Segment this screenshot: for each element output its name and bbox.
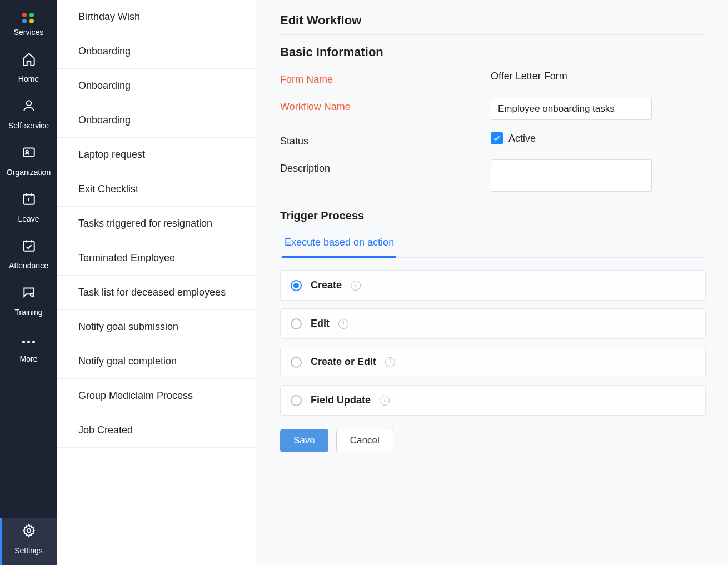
nav-training[interactable]: Training	[0, 280, 57, 327]
edit-workflow-form: Edit Workflow Basic Information Form Nam…	[258, 0, 728, 565]
trigger-option-label: Edit	[311, 318, 330, 329]
check-icon	[493, 134, 501, 142]
basic-info-heading: Basic Information	[280, 45, 706, 59]
trigger-option-label: Field Update	[311, 394, 371, 406]
more-icon	[22, 334, 36, 349]
list-item[interactable]: Notify goal completion	[57, 344, 257, 379]
list-item[interactable]: Terminated Employee	[57, 241, 257, 276]
nav-label: Training	[14, 308, 42, 317]
form-name-value: Offer Letter Form	[491, 71, 567, 82]
nav-label: Home	[18, 74, 39, 83]
person-icon	[22, 101, 36, 116]
nav-label: Services	[14, 28, 44, 37]
tab-execute-action[interactable]: Execute based on action	[282, 230, 396, 258]
trigger-option-label: Create	[311, 279, 342, 291]
nav-leave[interactable]: Leave	[0, 187, 57, 233]
nav-label: More	[20, 354, 38, 363]
nav-home[interactable]: Home	[0, 47, 57, 93]
trigger-option-label: Create or Edit	[311, 356, 376, 368]
info-icon[interactable]: i	[351, 281, 361, 291]
nav-label: Leave	[18, 214, 39, 223]
workflow-name-input[interactable]	[491, 98, 652, 120]
radio-icon	[291, 357, 302, 368]
list-item[interactable]: Notify goal submission	[57, 310, 257, 344]
nav-label: Settings	[14, 546, 43, 555]
list-item[interactable]: Group Mediclaim Process	[57, 379, 257, 413]
nav-self-service[interactable]: Self-service	[0, 93, 57, 140]
active-checkbox[interactable]	[491, 132, 503, 144]
calendar-alert-icon	[22, 194, 36, 209]
trigger-process-heading: Trigger Process	[280, 209, 706, 222]
id-card-icon	[22, 148, 36, 162]
workflow-list: Birthday Wish Onboarding Onboarding Onbo…	[57, 0, 258, 565]
trigger-option-create-or-edit[interactable]: Create or Edit i	[280, 347, 706, 377]
calendar-check-icon	[22, 241, 36, 256]
save-button[interactable]: Save	[280, 429, 328, 452]
svg-point-2	[26, 151, 28, 153]
page-title: Edit Workflow	[280, 13, 706, 35]
description-label: Description	[280, 159, 491, 174]
list-item[interactable]: Task list for deceased employees	[57, 276, 257, 310]
svg-point-0	[26, 101, 31, 106]
list-item[interactable]: Job Created	[57, 413, 257, 448]
list-item[interactable]: Onboarding	[57, 69, 257, 103]
trigger-option-create[interactable]: Create i	[280, 270, 706, 301]
radio-icon	[291, 395, 302, 406]
main-sidebar: Services Home Self-service Organization …	[0, 0, 57, 565]
gear-icon	[22, 526, 36, 541]
info-icon[interactable]: i	[385, 357, 395, 367]
nav-label: Attendance	[9, 261, 48, 270]
list-item[interactable]: Onboarding	[57, 34, 257, 69]
trigger-tabs: Execute based on action	[280, 230, 706, 258]
cancel-button[interactable]: Cancel	[336, 429, 393, 452]
info-icon[interactable]: i	[338, 319, 348, 329]
svg-point-5	[30, 293, 33, 296]
chat-search-icon	[22, 288, 36, 302]
nav-label: Organization	[7, 168, 51, 177]
form-name-label: Form Name	[280, 71, 491, 86]
nav-organization[interactable]: Organization	[0, 140, 57, 187]
trigger-options: Create i Edit i Create or Edit i Field U…	[280, 270, 706, 416]
radio-icon	[291, 280, 302, 291]
list-item[interactable]: Laptop request	[57, 138, 257, 172]
list-item[interactable]: Tasks triggered for resignation	[57, 207, 257, 241]
description-input[interactable]	[491, 159, 652, 192]
svg-rect-4	[23, 241, 34, 251]
trigger-option-field-update[interactable]: Field Update i	[280, 385, 706, 416]
active-label: Active	[508, 133, 536, 144]
nav-settings[interactable]: Settings	[0, 518, 57, 565]
list-item[interactable]: Onboarding	[57, 103, 257, 138]
nav-services[interactable]: Services	[0, 0, 57, 47]
svg-rect-1	[23, 148, 34, 156]
trigger-option-edit[interactable]: Edit i	[280, 308, 706, 339]
logo-icon	[22, 8, 36, 22]
nav-attendance[interactable]: Attendance	[0, 233, 57, 280]
workflow-name-label: Workflow Name	[280, 98, 491, 113]
list-item[interactable]: Exit Checklist	[57, 172, 257, 207]
nav-label: Self-service	[8, 121, 49, 130]
status-label: Status	[280, 132, 491, 147]
radio-icon	[291, 318, 302, 329]
svg-point-6	[27, 529, 31, 533]
nav-more[interactable]: More	[0, 327, 57, 373]
info-icon[interactable]: i	[380, 396, 390, 406]
home-icon	[22, 54, 36, 69]
list-item[interactable]: Birthday Wish	[57, 0, 257, 34]
